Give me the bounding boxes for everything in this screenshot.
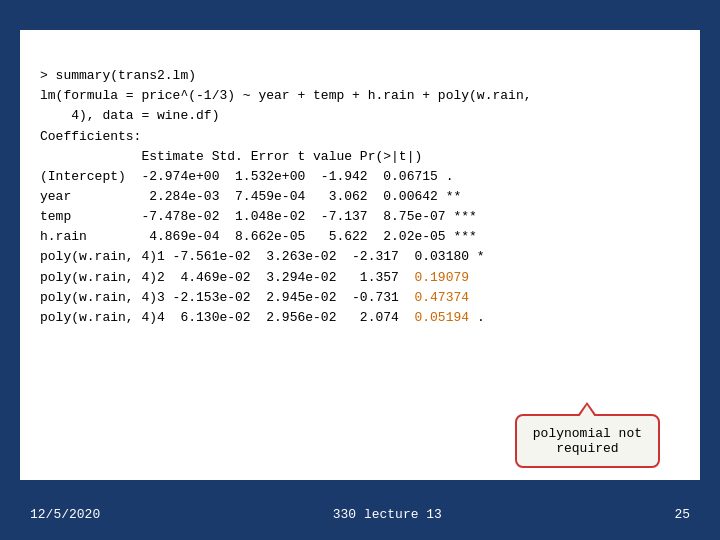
tooltip-container: polynomial not required: [515, 414, 660, 468]
line-1: > summary(trans2.lm): [40, 68, 196, 83]
line-2: lm(formula = price^(-1/3) ~ year + temp …: [40, 88, 531, 103]
footer-page: 25: [674, 507, 690, 522]
tooltip-box: polynomial not required: [515, 414, 660, 468]
line-5: Estimate Std. Error t value Pr(>|t|): [40, 149, 422, 164]
code-output: > summary(trans2.lm) lm(formula = price^…: [40, 46, 680, 348]
line-poly3: poly(w.rain, 4)3 -2.153e-02 2.945e-02 -0…: [40, 290, 469, 305]
line-3: 4), data = wine.df): [40, 108, 219, 123]
line-intercept: (Intercept) -2.974e+00 1.532e+00 -1.942 …: [40, 169, 453, 184]
line-year: year 2.284e-03 7.459e-04 3.062 0.00642 *…: [40, 189, 461, 204]
content-area: > summary(trans2.lm) lm(formula = price^…: [20, 30, 700, 480]
line-poly2: poly(w.rain, 4)2 4.469e-02 3.294e-02 1.3…: [40, 270, 469, 285]
footer-date: 12/5/2020: [30, 507, 100, 522]
line-poly1: poly(w.rain, 4)1 -7.561e-02 3.263e-02 -2…: [40, 249, 485, 264]
line-4: Coefficients:: [40, 129, 141, 144]
line-temp: temp -7.478e-02 1.048e-02 -7.137 8.75e-0…: [40, 209, 477, 224]
footer: 12/5/2020 330 lecture 13 25: [0, 488, 720, 540]
line-hrain: h.rain 4.869e-04 8.662e-05 5.622 2.02e-0…: [40, 229, 477, 244]
footer-center: 330 lecture 13: [333, 507, 442, 522]
tooltip-text: polynomial not required: [533, 426, 642, 456]
line-poly4: poly(w.rain, 4)4 6.130e-02 2.956e-02 2.0…: [40, 310, 485, 325]
